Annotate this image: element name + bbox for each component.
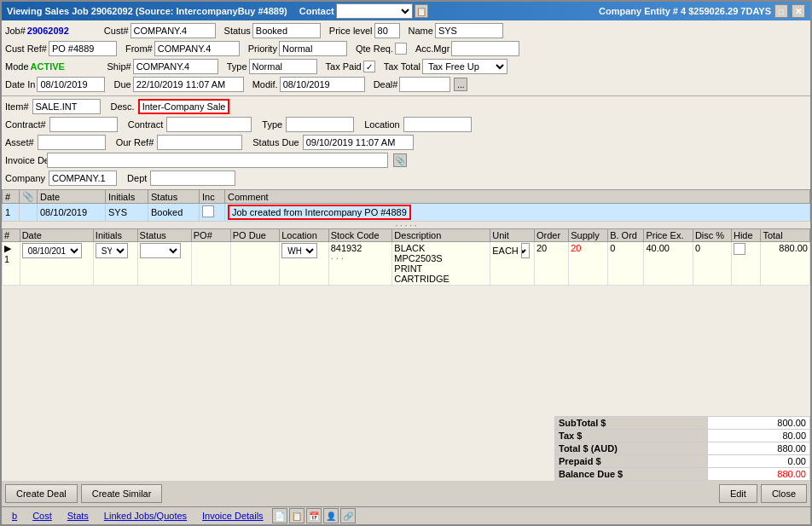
contract-type-input[interactable] [166, 117, 252, 132]
datein-input[interactable] [37, 77, 105, 92]
from-label: From# [125, 43, 153, 54]
tab-icon-calendar[interactable]: 📅 [306, 508, 322, 523]
lines-col-unit: Unit [490, 229, 535, 242]
lines-col-initials: Initials [93, 229, 137, 242]
mode-value: ACTIVE [31, 61, 99, 72]
lines-col-po: PO# [191, 229, 230, 242]
priority-input[interactable] [279, 41, 347, 56]
tab-section: b Cost Stats Linked Jobs/Quotes Invoice … [2, 506, 810, 524]
lines-section: # Date Initials Status PO# PO Due Locati… [2, 228, 810, 416]
line-priceex: 40.00 [644, 242, 693, 286]
form-section: Job# 29062092 Cust# Status Price level N… [2, 20, 810, 95]
name-input[interactable] [435, 23, 503, 38]
company-input[interactable] [49, 171, 117, 186]
line-location-select[interactable]: WH11 [281, 243, 317, 258]
resize-handle[interactable]: · · · · · [2, 222, 810, 228]
line-date-select[interactable]: 08/10/2019 [22, 243, 82, 258]
dept-input[interactable] [150, 171, 235, 186]
ship-input[interactable] [133, 59, 218, 74]
invoicedesc-label: Invoice Desc. [5, 155, 44, 165]
deal-input[interactable] [399, 77, 450, 92]
comment-inc [200, 204, 225, 222]
contract-input[interactable] [49, 117, 118, 132]
tab-icon-link[interactable]: 🔗 [340, 508, 356, 523]
invoicedesc-btn[interactable]: 📎 [393, 153, 407, 167]
cust-label: Cust# [104, 26, 129, 36]
from-input[interactable] [154, 41, 240, 56]
lines-table: # Date Initials Status PO# PO Due Locati… [2, 228, 810, 286]
lines-col-supply: Supply [569, 229, 608, 242]
taxpaid-checkbox[interactable] [363, 61, 375, 72]
tab-linkedjobs[interactable]: Linked Jobs/Quotes [97, 509, 194, 523]
statusdue-input[interactable] [303, 135, 414, 150]
create-deal-button[interactable]: Create Deal [5, 484, 78, 503]
qtereq-checkbox[interactable] [395, 43, 407, 55]
cust-input[interactable] [130, 23, 216, 38]
job-label: Job# [5, 26, 26, 36]
deal-btn[interactable]: ... [454, 78, 467, 91]
baldue-label: Balance Due $ [555, 468, 708, 481]
tab-icon-person[interactable]: 👤 [323, 508, 339, 523]
type-input[interactable] [249, 59, 317, 74]
contact-select[interactable] [336, 3, 413, 19]
ourref-input[interactable] [157, 135, 242, 150]
line-stockcode: 841932· · · [328, 242, 392, 286]
price-level-input[interactable] [374, 23, 400, 38]
line-total: 880.00 [761, 242, 810, 286]
tab-invoicedetails[interactable]: Invoice Details [195, 509, 270, 523]
taxtotal-select[interactable]: Tax Free Up [422, 59, 508, 74]
statusdue-label: Status Due [252, 137, 299, 147]
line-unit-select[interactable]: ▼ [521, 243, 530, 258]
asset-input[interactable] [38, 135, 106, 150]
lines-col-num: # [3, 229, 20, 242]
tab-icon-doc[interactable]: 📄 [272, 508, 287, 523]
line-bord: 0 [608, 242, 644, 286]
restore-btn[interactable]: □ [774, 4, 788, 18]
status-input[interactable] [252, 23, 321, 38]
lines-col-bord: B. Ord [608, 229, 644, 242]
item-input[interactable] [32, 99, 101, 114]
totals-table: SubTotal $ 800.00 Tax $ 80.00 Total $ (A… [554, 416, 810, 481]
line-initials-select[interactable]: SYS [96, 243, 128, 258]
tab-icon-copy[interactable]: 📋 [289, 508, 304, 523]
lines-col-location: Location [280, 229, 328, 242]
modif-input[interactable] [280, 77, 365, 92]
type2-label: Type [262, 119, 282, 130]
qtereq-label: Qte Req. [356, 43, 393, 54]
location-input[interactable] [403, 117, 472, 132]
total-value: 880.00 [708, 442, 810, 455]
item-section: Item# Desc. Inter-Company Sale Contract#… [2, 95, 810, 189]
status-label: Status [224, 26, 251, 36]
close-button[interactable]: Close [761, 484, 807, 503]
tab-b[interactable]: b [5, 509, 24, 523]
line-po [191, 242, 230, 286]
create-similar-button[interactable]: Create Similar [81, 484, 163, 503]
line-status-select[interactable] [140, 243, 181, 258]
type2-input[interactable] [286, 117, 354, 132]
invoicedesc-input[interactable] [47, 153, 388, 168]
prepaid-value: 0.00 [708, 455, 810, 468]
edit-button[interactable]: Edit [719, 484, 757, 503]
lines-col-status: Status [137, 229, 191, 242]
company-info: Company Entity # 4 $259026.29 7DAYS [599, 6, 771, 16]
line-num: ▶ 1 [3, 242, 20, 286]
due-input[interactable] [133, 77, 244, 92]
contract-type-label: Contract [128, 119, 164, 130]
taxtotal-label: Tax Total [384, 61, 420, 72]
contact-section: Contact 📋 [293, 3, 428, 19]
company-label: Company [5, 173, 45, 183]
bottom-section: SubTotal $ 800.00 Tax $ 80.00 Total $ (A… [2, 416, 810, 481]
comment-date: 08/10/2019 [38, 204, 106, 222]
accmgr-input[interactable] [451, 41, 519, 56]
line-hide-checkbox[interactable] [734, 243, 745, 255]
custref-input[interactable] [49, 41, 117, 56]
line-disc: 0 [693, 242, 731, 286]
col-initials: Initials [106, 190, 148, 204]
due-label: Due [113, 79, 130, 90]
tab-stats[interactable]: Stats [61, 509, 96, 523]
contact-btn[interactable]: 📋 [415, 4, 428, 18]
subtotal-label: SubTotal $ [555, 417, 708, 430]
ship-label: Ship# [107, 61, 131, 72]
tab-cost[interactable]: Cost [26, 509, 59, 523]
close-btn[interactable]: ✕ [792, 4, 805, 18]
